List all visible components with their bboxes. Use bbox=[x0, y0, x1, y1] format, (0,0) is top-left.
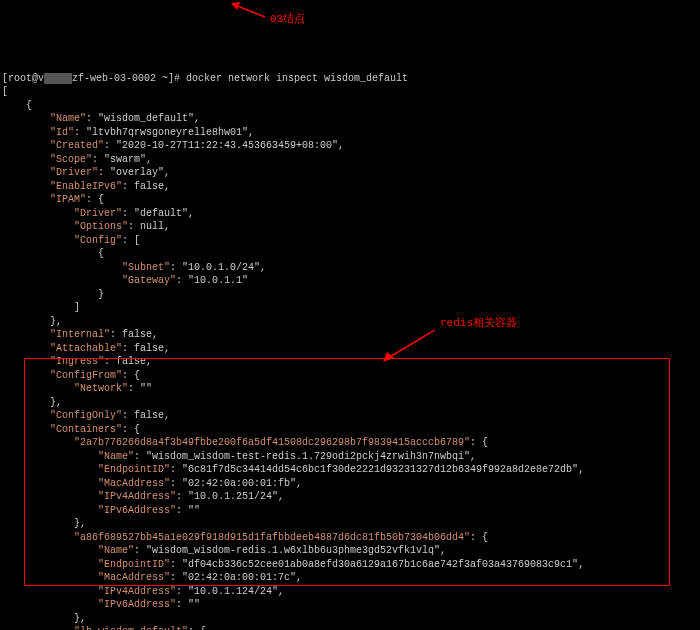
svg-line-2 bbox=[388, 330, 435, 358]
svg-marker-3 bbox=[383, 352, 394, 362]
command: docker network inspect wisdom_default bbox=[186, 73, 408, 84]
terminal-output: [root@v zf-web-03-0002 ~]# docker networ… bbox=[2, 58, 698, 630]
hostname-redacted bbox=[44, 73, 72, 84]
arrow-icon bbox=[380, 328, 435, 363]
annotation-redis: redis相关容器 bbox=[440, 316, 517, 331]
annotation-node03: 03结点 bbox=[270, 12, 305, 27]
svg-line-0 bbox=[235, 5, 265, 17]
shell-prompt: [root@v zf-web-03-0002 ~]# docker networ… bbox=[2, 73, 408, 84]
arrow-icon bbox=[230, 2, 268, 20]
